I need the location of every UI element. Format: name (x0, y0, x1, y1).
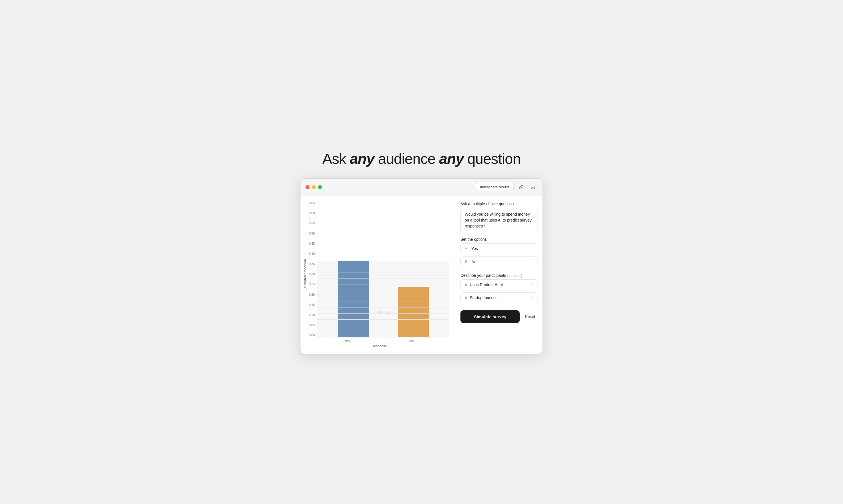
option-b-letter: B (465, 259, 469, 264)
y-tick: 0.00 (309, 334, 314, 337)
y-ticks: 0.00 0.05 0.10 0.15 0.20 0.25 0.30 0.35 … (309, 201, 314, 337)
chart-inner: 0.00 0.05 0.10 0.15 0.20 0.25 0.30 0.35 … (309, 201, 449, 348)
investigate-results-button[interactable]: Investigate results (476, 183, 514, 191)
bar-yes (338, 261, 369, 337)
tag-text-uses-product-hunt: Uses Product Hunt (470, 283, 528, 287)
y-tick: 0.30 (309, 273, 314, 276)
option-b-wrap: B (461, 256, 537, 267)
page-title: Ask any audience any question (323, 150, 520, 167)
question-section-label: Ask a multiple-choice question (461, 201, 537, 206)
y-tick: 0.45 (309, 242, 314, 245)
participant-tag-startup-founder: Startup founder × (461, 292, 537, 303)
bar-group-no (389, 287, 438, 337)
y-tick: 0.60 (309, 212, 314, 215)
svg-point-1 (378, 311, 382, 314)
x-label-yes: Yes (320, 339, 374, 343)
options-section-label: Set the options (461, 237, 537, 241)
any2-bold: any (439, 150, 464, 167)
question-section: Ask a multiple-choice question Would you… (461, 201, 537, 233)
traffic-light-yellow[interactable] (312, 185, 316, 189)
options-section: Set the options A B (461, 237, 537, 269)
option-a-wrap: A (461, 243, 537, 254)
participant-tag-uses-product-hunt: Uses Product Hunt × (461, 280, 537, 290)
x-axis-title: Response (309, 344, 449, 348)
browser-titlebar: Investigate results (300, 179, 543, 196)
participants-optional: (optional) (507, 273, 522, 278)
link-icon-button[interactable] (517, 183, 526, 192)
y-tick: 0.25 (309, 283, 314, 286)
tag-text-startup-founder: Startup founder (470, 295, 528, 300)
browser-window: Investigate results Estimated p (300, 178, 543, 354)
y-tick: 0.40 (309, 252, 314, 255)
y-tick: 0.50 (309, 232, 314, 235)
participants-section: Describe your participants (optional) Us… (461, 273, 537, 305)
y-tick: 0.65 (309, 201, 314, 205)
browser-content: Estimated proportion 0.00 0.05 0.10 0.15… (300, 196, 543, 354)
right-panel: Ask a multiple-choice question Would you… (455, 196, 543, 354)
titlebar-actions: Investigate results (476, 183, 537, 192)
chart-panel: Estimated proportion 0.00 0.05 0.10 0.15… (300, 196, 455, 354)
bars-area: © roundtable (317, 261, 449, 337)
traffic-light-green[interactable] (318, 185, 322, 189)
participants-section-label: Describe your participants (optional) (461, 273, 537, 278)
chart-plot: 0.00 0.05 0.10 0.15 0.20 0.25 0.30 0.35 … (309, 201, 449, 337)
bar-no (398, 287, 429, 337)
chart-area: Estimated proportion 0.00 0.05 0.10 0.15… (303, 201, 449, 348)
reset-button[interactable]: Reset (522, 311, 537, 322)
bottom-actions: Simulate survey Reset (461, 310, 537, 323)
y-tick: 0.05 (309, 324, 314, 327)
y-tick: 0.10 (309, 313, 314, 317)
x-axis-labels: Yes No (309, 337, 449, 343)
y-tick: 0.15 (309, 303, 314, 306)
tag-dot-2 (465, 296, 467, 299)
tag-dot-1 (465, 284, 467, 286)
any1-bold: any (350, 150, 374, 167)
tag-close-startup-founder[interactable]: × (531, 295, 533, 300)
y-tick: 0.55 (309, 222, 314, 225)
y-tick: 0.20 (309, 293, 314, 296)
traffic-light-red[interactable] (306, 185, 309, 189)
traffic-lights (306, 185, 322, 189)
x-label-no: No (385, 339, 438, 343)
download-icon-button[interactable] (529, 183, 537, 192)
y-tick: 0.35 (309, 263, 314, 266)
question-textarea[interactable]: Would you be willing to spend money on a… (461, 208, 537, 233)
option-b-input[interactable] (471, 259, 533, 264)
simulate-survey-button[interactable]: Simulate survey (461, 310, 520, 323)
y-axis-label: Estimated proportion (303, 201, 307, 348)
bar-group-yes (328, 261, 378, 337)
tag-close-uses-product-hunt[interactable]: × (531, 283, 533, 287)
option-a-letter: A (465, 246, 469, 251)
option-a-input[interactable] (471, 246, 533, 251)
